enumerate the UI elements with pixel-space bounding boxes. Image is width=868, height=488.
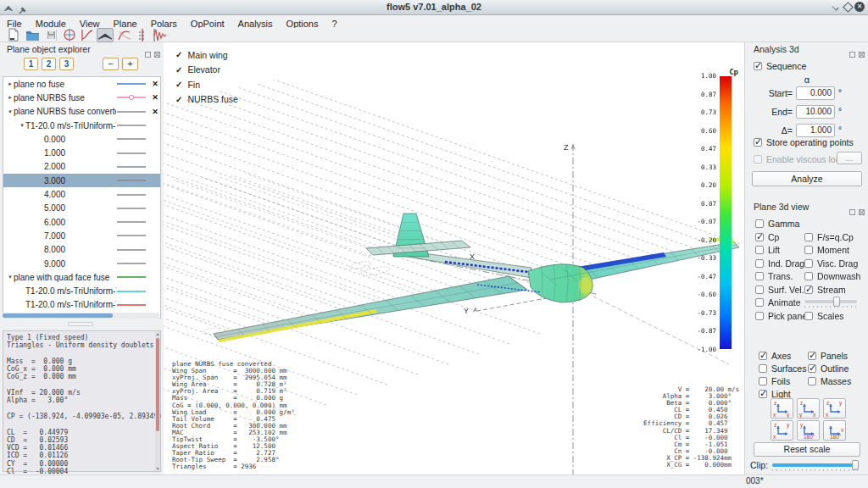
curve-style-swatch[interactable] xyxy=(116,231,147,240)
surface-check-main-wing[interactable]: ✓Main wing xyxy=(175,47,238,63)
close-icon[interactable] xyxy=(154,52,160,58)
expander-icon[interactable]: ▾ xyxy=(19,122,25,129)
store-points-checkbox[interactable]: Store operating points xyxy=(754,137,854,147)
checkbox-box[interactable] xyxy=(759,364,767,373)
close-icon[interactable]: ✕ xyxy=(854,2,865,12)
checkbox-box[interactable] xyxy=(808,364,816,373)
viscous-loop-checkbox[interactable]: Enable viscous loop xyxy=(754,154,845,164)
reset-scale-button[interactable]: Reset scale xyxy=(754,442,860,457)
delta-input[interactable]: 1.000 xyxy=(796,124,835,137)
curve-style-swatch[interactable] xyxy=(116,204,147,213)
surface-check-nurbs-fuse[interactable]: ✓NURBS fuse xyxy=(175,92,238,108)
curve-style-swatch[interactable] xyxy=(116,149,147,158)
expander-icon[interactable]: ▾ xyxy=(7,108,14,115)
checkbox-box[interactable] xyxy=(804,246,813,254)
sequence-checkbox-box[interactable] xyxy=(754,62,762,70)
curve-style-swatch[interactable] xyxy=(116,93,147,102)
rotate-180-h-button[interactable]: y180° xyxy=(797,420,820,441)
opp-item[interactable]: 7.000 xyxy=(3,229,160,242)
foil-design-icon[interactable] xyxy=(61,28,78,42)
float-icon[interactable] xyxy=(849,52,855,58)
polar-item[interactable]: ▾T1-20.0 m/s-TriUniform-T... xyxy=(3,119,160,132)
view-3-button[interactable]: 3 xyxy=(59,58,74,70)
checkbox-surf-vel-[interactable]: Surf. Vel. xyxy=(755,285,804,295)
view-1-button[interactable]: 1 xyxy=(24,58,38,70)
checkbox-box[interactable] xyxy=(804,233,813,241)
analyze-button[interactable]: Analyze xyxy=(752,171,862,186)
close-icon[interactable] xyxy=(859,52,865,58)
checkbox-box[interactable] xyxy=(755,219,764,228)
checkbox-moment[interactable]: Moment xyxy=(804,245,849,255)
opp-item[interactable]: 6.000 xyxy=(3,215,160,229)
checkbox-pick-panel[interactable]: Pick panel xyxy=(755,311,809,321)
checkbox-box[interactable] xyxy=(755,259,764,268)
curve-style-swatch[interactable] xyxy=(116,287,147,296)
oppoint-view-icon[interactable] xyxy=(134,28,151,42)
checkbox-stream[interactable]: Stream xyxy=(804,285,846,295)
polar-item[interactable]: T1-20.0 m/s-TriUniform-T... xyxy=(3,298,160,312)
checkbox-box[interactable] xyxy=(755,286,764,294)
checkbox-trans-[interactable]: Trans. xyxy=(755,271,793,281)
iso-view-button[interactable]: zyx xyxy=(771,420,793,441)
checkbox-visc-drag[interactable]: Visc. Drag xyxy=(804,258,858,269)
start-input[interactable]: 0.000 xyxy=(796,86,835,100)
checkbox-surfaces[interactable]: Surfaces xyxy=(759,363,806,374)
surface-check-elevator[interactable]: ✓Elevator xyxy=(175,63,238,78)
surface-check-fin[interactable]: ✓Fin xyxy=(175,77,238,92)
curve-style-swatch[interactable] xyxy=(116,121,147,130)
end-input[interactable]: 10.000 xyxy=(796,105,835,119)
polar-view-icon[interactable] xyxy=(116,28,133,42)
curve-style-swatch[interactable] xyxy=(116,191,147,199)
checkbox-lift[interactable]: Lift xyxy=(755,245,780,255)
opp-item[interactable]: 9.000 xyxy=(3,257,160,270)
plane-item[interactable]: ▸plane no fuse✕ xyxy=(3,77,160,91)
opp-item[interactable]: 4.000 xyxy=(3,187,160,201)
checkbox-scales[interactable]: Scales xyxy=(804,311,844,321)
checkbox-box[interactable] xyxy=(804,259,813,268)
checkbox-box[interactable] xyxy=(759,377,767,385)
curve-style-swatch[interactable] xyxy=(116,135,147,143)
title-bar[interactable]: flow5 v7.01_alpha_02 ✕ xyxy=(0,0,868,15)
opp-item[interactable]: 8.000 xyxy=(3,243,160,257)
checkbox-foils[interactable]: Foils xyxy=(759,376,790,386)
sequence-checkbox[interactable]: Sequence xyxy=(754,61,806,71)
opp-item[interactable]: 3.000 xyxy=(3,174,160,187)
curve-style-swatch[interactable] xyxy=(116,176,147,185)
checkbox-box[interactable] xyxy=(755,233,764,241)
expander-icon[interactable]: ▾ xyxy=(7,274,14,280)
remove-plane-icon[interactable]: ✕ xyxy=(150,93,160,102)
curve-style-swatch[interactable] xyxy=(116,80,147,88)
front-view-button[interactable]: zxy xyxy=(771,398,793,419)
viscous-options-button[interactable]: ... xyxy=(837,152,862,164)
curve-style-swatch[interactable] xyxy=(116,218,147,226)
plane-design-icon[interactable] xyxy=(97,28,114,42)
clip-slider[interactable] xyxy=(772,463,859,471)
remove-plane-icon[interactable]: ✕ xyxy=(150,80,160,88)
expand-button[interactable]: + xyxy=(122,58,138,70)
checkbox-masses[interactable]: Masses xyxy=(808,376,851,386)
checkbox-outline[interactable]: Outline xyxy=(808,363,849,374)
view-2-button[interactable]: 2 xyxy=(42,58,56,70)
plane-item[interactable]: ▾plane with quad face fuse xyxy=(3,270,160,284)
checkbox-box[interactable] xyxy=(808,377,816,385)
checkbox-panels[interactable]: Panels xyxy=(808,351,848,361)
opp-item[interactable]: 1.000 xyxy=(3,146,160,159)
float-icon[interactable] xyxy=(849,209,855,215)
checkbox-box[interactable] xyxy=(755,272,764,280)
curve-style-swatch[interactable] xyxy=(116,108,147,116)
animate-speed-slider[interactable] xyxy=(804,300,857,308)
open-project-icon[interactable] xyxy=(24,28,41,42)
checkbox-box[interactable] xyxy=(755,312,764,320)
checkbox-box[interactable] xyxy=(808,352,816,360)
close-icon[interactable] xyxy=(859,209,865,215)
opp-vertical-scrollbar[interactable]: ▲▼ xyxy=(155,331,160,471)
curve-style-swatch[interactable] xyxy=(116,259,147,268)
float-icon[interactable] xyxy=(145,52,151,58)
new-project-icon[interactable] xyxy=(5,28,22,42)
curve-style-swatch[interactable] xyxy=(116,301,147,309)
checkbox-cp[interactable]: Cp xyxy=(755,232,779,242)
save-icon[interactable] xyxy=(42,28,59,42)
remove-plane-icon[interactable]: ✕ xyxy=(150,108,160,116)
checkbox-box[interactable] xyxy=(804,272,813,280)
curve-style-swatch[interactable] xyxy=(116,273,147,281)
